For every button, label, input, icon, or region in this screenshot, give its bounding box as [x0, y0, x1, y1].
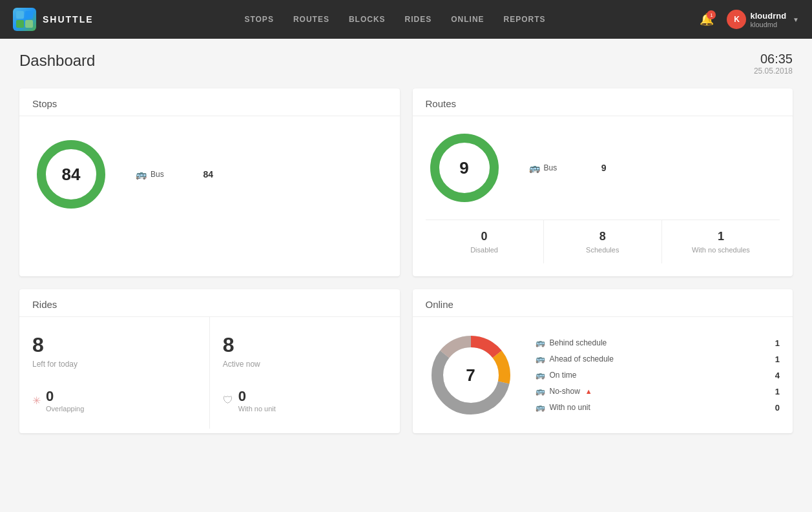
nav-routes[interactable]: ROUTES	[293, 15, 329, 24]
rides-no-unit-label: With no unit	[238, 405, 276, 413]
bus-icon: 🚌	[136, 169, 147, 179]
online-behind-label: 🚌 Behind schedule	[536, 338, 607, 347]
routes-no-schedules-label: With no schedules	[669, 246, 773, 254]
routes-schedules-label: Schedules	[550, 246, 655, 254]
stops-legend-bus: 🚌 Bus 84	[136, 169, 213, 179]
rides-overlapping-label: Overlapping	[46, 405, 84, 413]
dashboard-grid: Stops 84 🚌 Bus	[19, 88, 793, 433]
navbar-nav: STOPS ROUTES BLOCKS RIDES ONLINE REPORTS	[244, 15, 545, 24]
routes-no-schedules-value: 1	[669, 230, 773, 243]
stops-card-title: Stops	[19, 88, 400, 116]
rides-active-now-label: Active now	[223, 360, 387, 369]
online-noshow-label: 🚌 No-show ▲	[536, 387, 592, 396]
routes-stat-no-schedules: 1 With no schedules	[662, 220, 780, 263]
online-noshow-value: 1	[775, 387, 780, 396]
user-name: kloudrnd	[750, 11, 786, 21]
online-body: 7 🚌 Behind schedule 1 🚌 Ahead of schedu	[413, 317, 793, 433]
routes-stat-schedules: 8 Schedules	[544, 220, 662, 263]
page-header: Dashboard 06:35 25.05.2018	[19, 52, 793, 76]
online-total: 7	[466, 365, 475, 385]
chevron-down-icon: ▼	[793, 16, 799, 23]
navbar-right: 🔔 1 K kloudrnd kloudmd ▼	[696, 9, 799, 30]
page-time: 06:35	[754, 52, 793, 67]
online-card-title: Online	[413, 289, 793, 317]
online-item-behind: 🚌 Behind schedule 1	[536, 338, 780, 348]
stops-legend-bus-label: Bus	[151, 170, 164, 179]
routes-disabled-value: 0	[432, 230, 537, 243]
routes-stats: 0 Disabled 8 Schedules 1 With no schedul…	[426, 220, 780, 263]
rides-col-right: 8 Active now 🛡 0 With no unit	[210, 317, 400, 429]
bus-teal-icon: 🚌	[536, 403, 545, 412]
asterisk-icon: ✳	[32, 394, 41, 407]
online-item-noshow: 🚌 No-show ▲ 1	[536, 387, 780, 396]
routes-card: Routes 9 🚌 Bus	[413, 88, 793, 276]
navbar: SHUTTLE STOPS ROUTES BLOCKS RIDES ONLINE…	[0, 0, 812, 39]
bus-orange-icon: 🚌	[536, 354, 545, 364]
page: Dashboard 06:35 25.05.2018 Stops 84	[0, 39, 812, 446]
routes-legend-bus-label: Bus	[544, 163, 557, 172]
notification-badge: 1	[707, 10, 716, 19]
routes-legend-label: 🚌 Bus	[529, 163, 557, 173]
online-ontime-value: 4	[775, 371, 780, 380]
page-date: 25.05.2018	[754, 67, 793, 76]
rides-col-left: 8 Left for today ✳ 0 Overlapping	[19, 317, 210, 429]
rides-no-unit-value: 0	[238, 388, 246, 404]
online-ahead-label: 🚌 Ahead of schedule	[536, 354, 614, 364]
shield-icon: 🛡	[223, 394, 233, 406]
routes-top: 9 🚌 Bus 9	[426, 129, 780, 220]
online-donut-chart: 7	[426, 330, 516, 420]
online-legend: 🚌 Behind schedule 1 🚌 Ahead of schedule …	[536, 338, 780, 413]
warning-icon: ▲	[585, 387, 592, 395]
online-item-ontime: 🚌 On time 4	[536, 371, 780, 380]
navbar-left: SHUTTLE	[13, 8, 94, 31]
rides-left-today-label: Left for today	[32, 360, 196, 369]
rides-active-now-value: 8	[223, 333, 387, 357]
notification-bell[interactable]: 🔔 1	[696, 9, 717, 30]
nav-blocks[interactable]: BLOCKS	[349, 15, 386, 24]
logo-icon	[13, 8, 36, 31]
logo-text: SHUTTLE	[43, 14, 94, 25]
nav-rides[interactable]: RIDES	[405, 15, 432, 24]
stops-legend-label: 🚌 Bus	[136, 169, 164, 179]
svg-rect-0	[16, 11, 24, 19]
rides-overlapping: ✳ 0 Overlapping	[32, 388, 196, 413]
routes-legend-bus-value: 9	[601, 163, 607, 173]
online-item-nounit: 🚌 With no unit 0	[536, 403, 780, 413]
stops-donut: 84 🚌 Bus 84	[32, 136, 387, 213]
user-text: kloudrnd kloudmd	[750, 11, 786, 28]
routes-disabled-label: Disabled	[432, 246, 537, 254]
routes-card-title: Routes	[413, 88, 793, 116]
online-ontime-label: 🚌 On time	[536, 371, 577, 380]
svg-rect-2	[16, 20, 24, 28]
routes-schedules-value: 8	[550, 230, 655, 243]
nav-reports[interactable]: REPORTS	[504, 15, 546, 24]
online-card: Online 7	[413, 289, 793, 433]
stops-legend: 🚌 Bus 84	[136, 169, 213, 179]
bus-pink-icon: 🚌	[536, 387, 545, 396]
nav-stops[interactable]: STOPS	[244, 15, 273, 24]
routes-legend-bus: 🚌 Bus 9	[529, 163, 607, 173]
rides-left-today-value: 8	[32, 333, 196, 357]
svg-rect-3	[25, 20, 33, 28]
nav-online[interactable]: ONLINE	[451, 15, 484, 24]
routes-stat-disabled: 0 Disabled	[426, 220, 544, 263]
routes-donut-chart: 9	[426, 129, 503, 207]
routes-legend: 🚌 Bus 9	[529, 163, 607, 173]
rides-card: Rides 8 Left for today ✳ 0 Overlapping 8	[19, 289, 400, 433]
online-nounit-label: 🚌 With no unit	[536, 403, 590, 412]
user-menu[interactable]: K kloudrnd kloudmd ▼	[727, 10, 799, 29]
stops-donut-chart: 84	[32, 136, 110, 213]
user-sub: kloudmd	[750, 21, 786, 28]
page-title: Dashboard	[19, 52, 95, 70]
rides-body: 8 Left for today ✳ 0 Overlapping 8 Activ…	[19, 317, 400, 429]
stops-body: 84 🚌 Bus 84	[19, 116, 400, 232]
page-datetime: 06:35 25.05.2018	[754, 52, 793, 76]
rides-overlapping-value: 0	[46, 388, 54, 404]
bus-red-icon: 🚌	[536, 338, 545, 347]
routes-bus-icon: 🚌	[529, 163, 540, 173]
rides-card-title: Rides	[19, 289, 400, 317]
online-ahead-value: 1	[775, 354, 780, 364]
online-item-ahead: 🚌 Ahead of schedule 1	[536, 354, 780, 364]
user-avatar: K	[727, 10, 746, 29]
svg-rect-1	[25, 11, 33, 19]
